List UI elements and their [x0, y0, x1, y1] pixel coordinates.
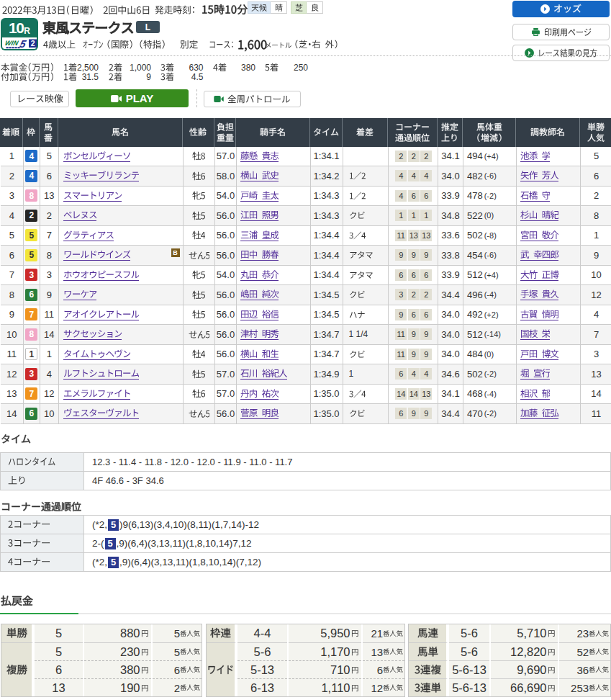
svg-text:WIN: WIN — [4, 39, 19, 47]
svg-text:2: 2 — [30, 39, 35, 48]
